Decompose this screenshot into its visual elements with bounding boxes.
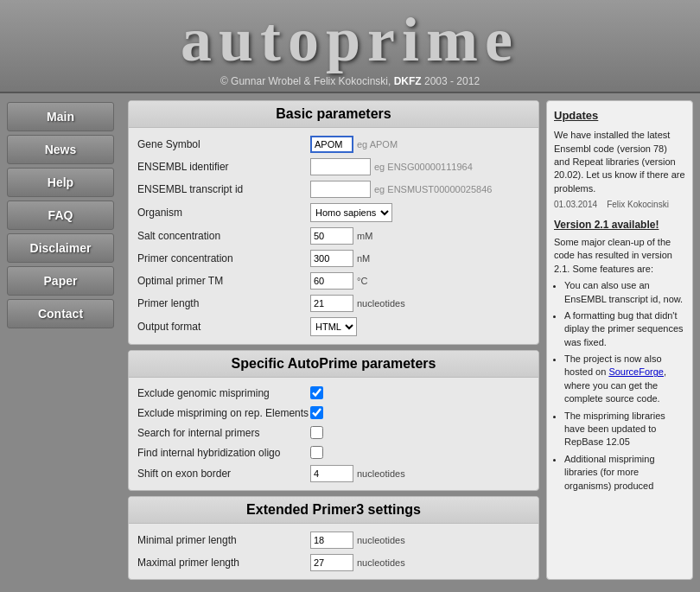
sidebar-item-news[interactable]: News (7, 135, 114, 164)
content-area: Basic parameters Gene Symbol eg APOM ENS… (121, 93, 700, 587)
primer-length-row: Primer length nucleotides (137, 292, 530, 315)
max-primer-length-unit: nucleotides (357, 557, 405, 568)
min-primer-length-unit: nucleotides (357, 535, 405, 545)
basic-params-section: Basic parameters Gene Symbol eg APOM ENS… (128, 100, 539, 345)
ensembl-id-hint: eg ENSG00000111964 (374, 162, 473, 172)
primer-length-unit: nucleotides (357, 298, 405, 309)
sidebar-item-main[interactable]: Main (7, 102, 114, 131)
primer-conc-label: Primer concentration (137, 252, 310, 264)
salt-conc-input[interactable] (310, 227, 353, 245)
salt-conc-label: Salt concentration (137, 230, 310, 242)
extended-params-section: Extended Primer3 settings Minimal primer… (128, 496, 539, 580)
hybridization-label: Find internal hybridization oligo (137, 447, 310, 459)
sidebar-item-help[interactable]: Help (7, 168, 114, 197)
search-internal-row: Search for internal primers (137, 423, 530, 442)
specific-params-title: Specific AutoPrime parameters (129, 351, 538, 378)
exclude-genomic-checkbox[interactable] (310, 386, 323, 399)
optimal-tm-input[interactable] (310, 272, 353, 290)
shift-exon-row: Shift on exon border nucleotides (137, 462, 530, 485)
exclude-rep-row: Exclude mispriming on rep. Elements (137, 403, 530, 423)
shift-exon-label: Shift on exon border (137, 468, 310, 480)
sidebar: Main News Help FAQ Disclaimer Paper Cont… (0, 93, 121, 587)
updates-body: We have installed the latest Ensembl cod… (554, 129, 685, 195)
right-panel: Updates We have installed the latest Ens… (546, 100, 693, 580)
basic-params-title: Basic parameters (129, 101, 538, 128)
specific-params-section: Specific AutoPrime parameters Exclude ge… (128, 350, 539, 491)
primer-conc-row: Primer concentration nM (137, 247, 530, 270)
header: autoprime © Gunnar Wrobel & Felix Kokoci… (0, 0, 700, 93)
version-title: Version 2.1 available! (554, 218, 685, 232)
hybridization-row: Find internal hybridization oligo (137, 442, 530, 462)
primer-length-label: Primer length (137, 297, 310, 309)
sidebar-item-paper[interactable]: Paper (7, 266, 114, 296)
shift-exon-unit: nucleotides (357, 468, 405, 479)
extended-params-body: Minimal primer length nucleotides Maxima… (129, 524, 538, 579)
exclude-genomic-label: Exclude genomic mispriming (137, 387, 310, 399)
org-name: DKFZ (394, 75, 422, 87)
header-subtitle: © Gunnar Wrobel & Felix Kokocinski, DKFZ… (0, 75, 700, 87)
sidebar-item-faq[interactable]: FAQ (7, 201, 114, 230)
ensembl-id-row: ENSEMBL identifier eg ENSG00000111964 (137, 156, 530, 178)
organism-select[interactable]: Homo sapiens Mus musculus (310, 203, 392, 222)
exclude-rep-label: Exclude mispriming on rep. Elements (137, 407, 310, 419)
main-layout: Main News Help FAQ Disclaimer Paper Cont… (0, 93, 700, 587)
extended-params-title: Extended Primer3 settings (129, 497, 538, 524)
primer-conc-unit: nM (357, 253, 370, 264)
basic-params-body: Gene Symbol eg APOM ENSEMBL identifier e… (129, 128, 538, 344)
salt-unit: mM (357, 231, 372, 241)
primer-conc-input[interactable] (310, 250, 353, 267)
max-primer-length-label: Maximal primer length (137, 557, 310, 569)
organism-row: Organism Homo sapiens Mus musculus (137, 201, 530, 225)
app-logo: autoprime (0, 9, 700, 71)
feature-3: The project is now also hosted on Source… (564, 353, 685, 406)
ensembl-transcript-hint: eg ENSMUST00000025846 (374, 184, 492, 194)
exclude-genomic-row: Exclude genomic mispriming (137, 383, 530, 403)
ensembl-transcript-input[interactable] (310, 181, 371, 198)
exclude-rep-checkbox[interactable] (310, 406, 323, 419)
optimal-tm-unit: °C (357, 276, 367, 286)
sourceforge-link[interactable]: SourceForge (608, 366, 664, 377)
min-primer-length-row: Minimal primer length nucleotides (137, 529, 530, 551)
gene-symbol-label: Gene Symbol (137, 138, 310, 150)
sidebar-item-contact[interactable]: Contact (7, 299, 114, 328)
shift-exon-input[interactable] (310, 465, 353, 482)
search-internal-checkbox[interactable] (310, 426, 323, 439)
output-format-label: Output format (137, 321, 310, 333)
ensembl-id-input[interactable] (310, 158, 371, 175)
ensembl-transcript-label: ENSEMBL transcript id (137, 183, 310, 195)
version-intro: Some major clean-up of the code has resu… (554, 236, 685, 276)
hybridization-checkbox[interactable] (310, 446, 323, 459)
min-primer-length-input[interactable] (310, 532, 353, 549)
update-date: 01.03.2014 Felix Kokocinski (554, 199, 685, 211)
organism-label: Organism (137, 207, 310, 219)
center-panel: Basic parameters Gene Symbol eg APOM ENS… (128, 100, 539, 580)
gene-symbol-row: Gene Symbol eg APOM (137, 133, 530, 156)
search-internal-label: Search for internal primers (137, 427, 310, 439)
min-primer-length-label: Minimal primer length (137, 534, 310, 546)
output-format-select[interactable]: HTML Text (310, 317, 357, 336)
optimal-tm-label: Optimal primer TM (137, 275, 310, 287)
ensembl-transcript-row: ENSEMBL transcript id eg ENSMUST00000025… (137, 178, 530, 201)
feature-1: You can also use an EnsEMBL transcript i… (564, 279, 685, 306)
max-primer-length-input[interactable] (310, 554, 353, 571)
output-format-row: Output format HTML Text (137, 315, 530, 339)
sidebar-item-disclaimer[interactable]: Disclaimer (7, 233, 114, 263)
feature-5: Additional mispriming libraries (for mor… (564, 453, 685, 493)
primer-length-input[interactable] (310, 295, 353, 312)
updates-title: Updates (554, 108, 685, 124)
ensembl-id-label: ENSEMBL identifier (137, 161, 310, 173)
gene-symbol-input[interactable] (310, 136, 353, 153)
salt-conc-row: Salt concentration mM (137, 225, 530, 247)
gene-symbol-hint: eg APOM (357, 139, 398, 150)
features-list: You can also use an EnsEMBL transcript i… (554, 279, 685, 493)
max-primer-length-row: Maximal primer length nucleotides (137, 551, 530, 574)
feature-2: A formatting bug that didn't diplay the … (564, 309, 685, 349)
optimal-tm-row: Optimal primer TM °C (137, 270, 530, 292)
specific-params-body: Exclude genomic mispriming Exclude mispr… (129, 378, 538, 490)
feature-4: The mispriming libraries have been updat… (564, 410, 685, 449)
